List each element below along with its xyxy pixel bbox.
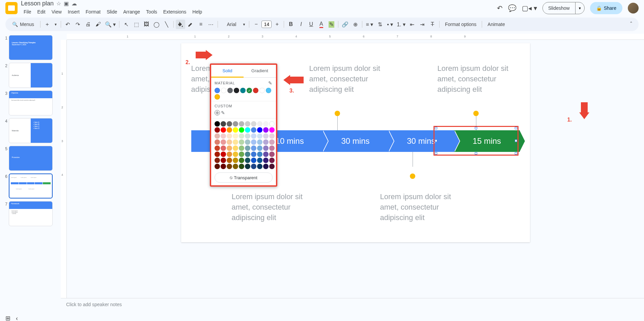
timeline-dot[interactable] (410, 173, 415, 179)
paint-format-button[interactable]: 🖌 (93, 20, 103, 29)
meet-icon[interactable]: ▢◂ ▾ (522, 4, 537, 12)
color-tab-solid[interactable]: Solid (211, 65, 244, 78)
bullet-list-button[interactable]: • ▾ (385, 20, 395, 29)
standard-color-swatch[interactable] (263, 133, 269, 139)
border-dash-button[interactable]: ⋯ (206, 20, 216, 29)
standard-color-swatch[interactable] (263, 139, 269, 145)
italic-button[interactable]: I (296, 20, 306, 29)
user-avatar[interactable] (628, 3, 639, 14)
font-family-select[interactable]: Arial ▼ (220, 20, 247, 29)
resize-handle[interactable] (515, 127, 517, 129)
text-color-button[interactable]: A (316, 20, 326, 29)
thumb-5[interactable]: Procedure (9, 146, 53, 171)
menu-file[interactable]: File (21, 8, 34, 16)
zoom-button[interactable]: 🔍 ▾ (104, 20, 117, 29)
transparent-button[interactable]: ⦸ Transparent (215, 172, 273, 183)
resize-handle[interactable] (515, 152, 517, 155)
standard-color-swatch[interactable] (269, 121, 275, 127)
border-color-button[interactable] (186, 20, 195, 29)
standard-color-swatch[interactable] (227, 152, 232, 157)
standard-color-swatch[interactable] (269, 158, 275, 163)
standard-color-swatch[interactable] (233, 121, 238, 127)
standard-color-swatch[interactable] (263, 152, 269, 157)
standard-color-swatch[interactable] (245, 133, 250, 139)
shape-tool[interactable]: ◯ (152, 20, 161, 29)
grid-view-icon[interactable]: ⊞ (5, 315, 10, 321)
menu-insert[interactable]: Insert (65, 8, 82, 16)
standard-color-swatch[interactable] (215, 152, 220, 157)
standard-color-swatch[interactable] (233, 164, 238, 169)
standard-color-swatch[interactable] (227, 158, 232, 163)
material-color-swatch[interactable] (247, 88, 252, 93)
line-spacing-button[interactable]: ⇅ (375, 20, 385, 29)
standard-color-swatch[interactable] (263, 127, 269, 133)
standard-color-swatch[interactable] (245, 145, 250, 151)
menu-tools[interactable]: Tools (143, 8, 160, 16)
standard-color-swatch[interactable] (239, 158, 244, 163)
resize-handle[interactable] (475, 152, 477, 155)
standard-color-swatch[interactable] (269, 139, 275, 145)
undo-button[interactable]: ↶ (63, 20, 73, 29)
standard-color-swatch[interactable] (227, 164, 232, 169)
comments-icon[interactable]: 💬 (508, 4, 516, 12)
standard-color-swatch[interactable] (227, 139, 232, 145)
standard-color-swatch[interactable] (221, 145, 226, 151)
material-color-swatch[interactable] (259, 88, 265, 93)
standard-color-swatch[interactable] (221, 158, 226, 163)
add-custom-color[interactable]: ⊕ (215, 110, 220, 115)
standard-color-swatch[interactable] (257, 158, 262, 163)
slide-text-5[interactable]: Lorem ipsum dolor sit amet, consectetur … (380, 192, 458, 223)
standard-color-swatch[interactable] (221, 139, 226, 145)
thumb-1[interactable]: Lesson: Classifying TrianglesSeptember 4… (9, 35, 53, 60)
resize-handle[interactable] (435, 140, 437, 142)
star-icon[interactable]: ☆ (56, 0, 61, 7)
bold-button[interactable]: B (286, 20, 296, 29)
standard-color-swatch[interactable] (257, 164, 262, 169)
new-slide-button[interactable]: ＋ (43, 20, 52, 29)
indent-decrease-button[interactable]: ⇤ (408, 20, 417, 29)
standard-color-swatch[interactable] (263, 145, 269, 151)
fill-color-button[interactable] (176, 20, 185, 29)
toolbar-collapse[interactable]: ˆ (626, 20, 636, 29)
standard-color-swatch[interactable] (227, 145, 232, 151)
font-size-increase[interactable]: + (272, 20, 282, 29)
standard-color-swatch[interactable] (269, 164, 275, 169)
cloud-icon[interactable]: ☁ (72, 0, 77, 7)
move-icon[interactable]: ▣ (64, 0, 69, 7)
standard-color-swatch[interactable] (239, 164, 244, 169)
thumb-7[interactable]: Homework• Lorem ipsum• Lorem ipsum • sub… (9, 201, 53, 226)
color-tab-gradient[interactable]: Gradient (244, 65, 276, 77)
standard-color-swatch[interactable] (263, 158, 269, 163)
font-size-decrease[interactable]: − (251, 20, 261, 29)
standard-color-swatch[interactable] (269, 145, 275, 151)
history-icon[interactable]: ↶ (497, 4, 503, 12)
material-color-swatch[interactable] (215, 88, 220, 93)
resize-handle[interactable] (475, 127, 477, 129)
standard-color-swatch[interactable] (239, 127, 244, 133)
standard-color-swatch[interactable] (245, 127, 250, 133)
link-button[interactable]: 🔗 (340, 20, 350, 29)
standard-color-swatch[interactable] (257, 145, 262, 151)
material-color-swatch[interactable] (240, 88, 246, 93)
format-options-button[interactable]: Format options (442, 22, 480, 27)
standard-color-swatch[interactable] (215, 158, 220, 163)
numbered-list-button[interactable]: 1. ▾ (395, 20, 407, 29)
share-button[interactable]: 🔒 Share (590, 2, 622, 14)
slide-text-3[interactable]: Lorem ipsum dolor sit amet, consectetur … (438, 63, 515, 95)
select-tool[interactable]: ↖ (121, 20, 131, 29)
standard-color-swatch[interactable] (233, 139, 238, 145)
standard-color-swatch[interactable] (257, 152, 262, 157)
slide-text-2[interactable]: Lorem ipsum dolor sit amet, consectetur … (309, 63, 387, 95)
standard-color-swatch[interactable] (221, 164, 226, 169)
menu-help[interactable]: Help (190, 8, 205, 16)
standard-color-swatch[interactable] (239, 121, 244, 127)
indent-increase-button[interactable]: ⇥ (418, 20, 427, 29)
standard-color-swatch[interactable] (245, 139, 250, 145)
standard-color-swatch[interactable] (257, 127, 262, 133)
standard-color-swatch[interactable] (257, 133, 262, 139)
search-menus[interactable]: 🔍 Menus (8, 20, 38, 29)
align-button[interactable]: ≡ ▾ (364, 20, 374, 29)
standard-color-swatch[interactable] (251, 145, 256, 151)
standard-color-swatch[interactable] (221, 121, 226, 127)
standard-color-swatch[interactable] (239, 139, 244, 145)
